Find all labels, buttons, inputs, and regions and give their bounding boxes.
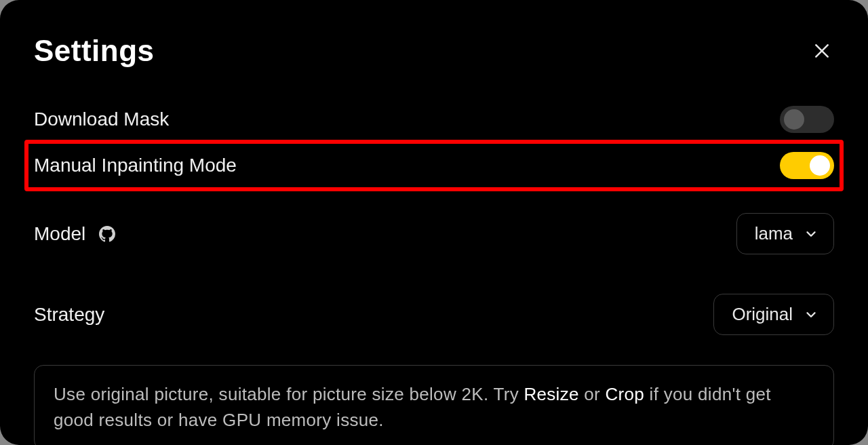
model-row: Model lama: [34, 206, 834, 261]
strategy-label: Strategy: [34, 304, 104, 326]
model-label: Model: [34, 223, 85, 245]
hint-crop: Crop: [606, 384, 645, 404]
strategy-hint: Use original picture, suitable for pictu…: [34, 365, 834, 445]
manual-inpainting-highlight: Manual Inpainting Mode: [24, 140, 844, 191]
toggle-thumb-icon: [810, 155, 830, 176]
chevron-down-icon: [804, 307, 818, 322]
model-select[interactable]: lama: [736, 213, 834, 254]
page-title: Settings: [34, 34, 155, 68]
close-icon: [813, 42, 831, 60]
hint-text-prefix: Use original picture, suitable for pictu…: [54, 384, 524, 404]
close-button[interactable]: [810, 39, 834, 63]
download-mask-row: Download Mask: [34, 99, 834, 140]
manual-inpainting-toggle[interactable]: [780, 152, 834, 179]
model-github-link[interactable]: [98, 225, 117, 244]
manual-inpainting-label: Manual Inpainting Mode: [34, 155, 237, 176]
model-label-group: Model: [34, 223, 117, 245]
model-select-value: lama: [755, 223, 793, 244]
github-icon: [99, 226, 115, 242]
strategy-select-value: Original: [732, 304, 793, 325]
strategy-row: Strategy Original: [34, 287, 834, 342]
download-mask-label: Download Mask: [34, 109, 169, 130]
hint-text-mid: or: [579, 384, 606, 404]
download-mask-toggle[interactable]: [780, 106, 834, 133]
strategy-select[interactable]: Original: [713, 294, 834, 335]
settings-header: Settings: [34, 34, 834, 68]
hint-resize: Resize: [524, 384, 578, 404]
manual-inpainting-row: Manual Inpainting Mode: [34, 140, 834, 191]
settings-panel: Settings Download Mask Manual Inpainting…: [0, 0, 868, 445]
toggle-thumb-icon: [784, 109, 804, 130]
chevron-down-icon: [804, 227, 818, 241]
